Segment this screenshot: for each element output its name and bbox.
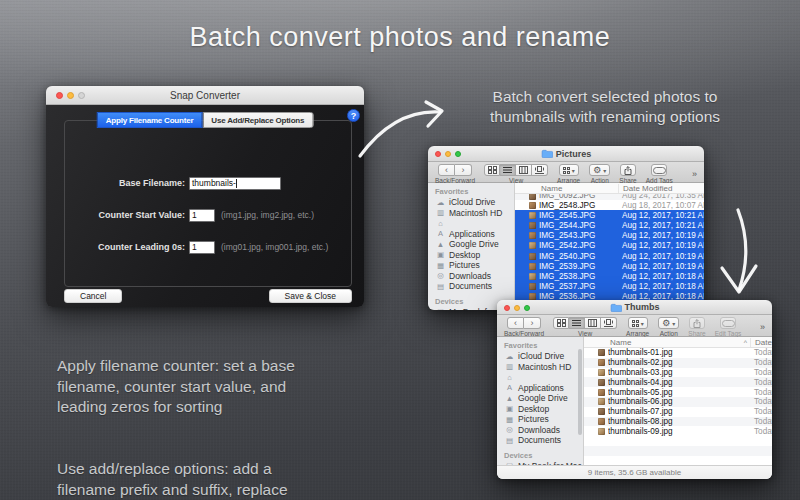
sidebar-item[interactable]: ⌂ [428,218,514,229]
forward-button[interactable]: › [455,164,472,176]
file-row[interactable]: IMG_2548.JPG Aug 18, 2017, 10:07 AM [515,200,704,210]
arrange-icon [563,167,570,174]
zoom-button[interactable] [524,305,530,311]
pictures-titlebar[interactable]: Pictures [428,146,704,162]
file-row[interactable]: thumbnails-04.jpg Today, [584,377,772,387]
traffic-lights [56,92,85,99]
icon-view-button[interactable] [484,164,500,176]
file-name: IMG_2543.JPG [539,231,618,240]
sidebar-item[interactable]: A Applications [497,383,583,394]
action-button[interactable]: ⚙▾ [658,317,679,329]
file-row[interactable]: IMG_2543.JPG Aug 12, 2017, 10:19 AM [515,231,704,241]
forward-button[interactable]: › [524,317,541,329]
sidebar-item[interactable]: ☁ iCloud Drive [428,197,514,208]
close-button[interactable] [504,305,510,311]
list-view-button[interactable] [500,164,516,176]
sidebar-item[interactable]: ▦ Pictures [428,260,514,271]
file-date: Aug 12, 2017, 10:19 AM [618,252,704,261]
cancel-button[interactable]: Cancel [64,289,122,303]
chevron-down-icon: ▾ [672,320,675,327]
field-hint: (img01.jpg, img001.jpg, etc.) [221,242,328,252]
sidebar-item[interactable]: ◎ Downloads [428,271,514,282]
file-date: Today, [750,427,772,436]
back-button[interactable]: ‹ [438,164,455,176]
thumbs-titlebar[interactable]: Thumbs [497,300,772,315]
sidebar-item-label: Google Drive [518,393,568,403]
list-view-button[interactable] [569,317,585,329]
add-tags-button[interactable] [651,164,667,176]
sidebar-item[interactable]: ◎ Downloads [497,425,583,436]
file-row[interactable]: thumbnails-03.jpg Today, [584,368,772,378]
sidebar-item[interactable]: ▲ Google Drive [497,393,583,404]
sidebar-item[interactable]: ▥ Macintosh HD [428,208,514,219]
file-row[interactable]: IMG_2538.JPG Aug 12, 2017, 10:18 AM [515,271,704,281]
file-row[interactable]: IMG_2540.JPG Aug 12, 2017, 10:19 AM [515,251,704,261]
sidebar-item-icon: A [435,229,446,238]
arrow-to-pictures [356,98,448,160]
file-name: IMG_2538.JPG [539,272,618,281]
file-row[interactable]: IMG_2545.JPG Aug 12, 2017, 10:21 AM [515,210,704,220]
sidebar-item[interactable]: ▲ Google Drive [428,239,514,250]
arrange-button[interactable]: ▾ [628,317,648,329]
photo-thumbnail-icon [529,202,536,209]
column-header-date[interactable]: Date Modified [750,338,772,347]
text-input[interactable]: thumbnails- [189,177,281,190]
chevron-down-icon: ▾ [603,167,606,174]
zoom-button[interactable] [455,151,461,157]
sidebar-item[interactable]: ☁ iCloud Drive [497,351,583,362]
file-name: IMG_2539.JPG [539,262,618,271]
tab-mode[interactable]: Use Add/Replace Options [202,112,313,128]
file-date: Aug 18, 2017, 10:07 AM [618,201,704,210]
photo-thumbnail-icon [529,222,536,229]
pictures-window: Pictures ‹ › Back/Forward View [428,146,704,310]
file-row[interactable]: thumbnails-02.jpg Today, [584,358,772,368]
sidebar-item-label: iCloud Drive [449,197,495,207]
coverflow-view-button[interactable] [532,164,548,176]
file-row[interactable]: IMG_2544.JPG Aug 12, 2017, 10:21 AM [515,220,704,230]
text-input[interactable]: 1 [189,209,215,222]
toolbar-overflow-button[interactable]: » [692,168,697,179]
column-view-button[interactable] [585,317,601,329]
column-view-button[interactable] [516,164,532,176]
arrange-button[interactable]: ▾ [559,164,579,176]
icon-view-button[interactable] [553,317,569,329]
sidebar-item[interactable]: ▣ Desktop [497,404,583,415]
file-row[interactable]: IMG_2539.JPG Aug 12, 2017, 10:19 AM [515,261,704,271]
file-row[interactable]: thumbnails-01.jpg Today, [584,348,772,358]
back-button[interactable]: ‹ [507,317,524,329]
sidebar-item[interactable]: A Applications [428,229,514,240]
close-button[interactable] [56,92,63,99]
sidebar-item-icon: ◎ [504,425,515,434]
sidebar-item[interactable]: ▥ Macintosh HD [497,362,583,373]
minimize-button[interactable] [67,92,74,99]
form-row: Counter Leading 0s: 1 (img01.jpg, img001… [46,240,364,254]
snap-converter-titlebar[interactable]: Snap Converter [46,86,364,105]
column-header-date[interactable]: Date Modified [618,184,704,193]
coverflow-view-button[interactable] [601,317,617,329]
text-input[interactable]: 1 [189,241,215,254]
toolbar-overflow-button[interactable]: » [760,321,765,332]
feature-captions: Apply filename counter: set a base filen… [57,336,397,500]
sidebar-item[interactable]: ⌂ [497,372,583,383]
sidebar-item[interactable]: ▦ Pictures [497,414,583,425]
file-row[interactable]: IMG_0092.JPG Aug 24, 2017, 10:35 AM [515,194,704,200]
sidebar-item[interactable]: ▤ Documents [428,281,514,292]
gear-icon: ⚙ [662,319,670,328]
action-button[interactable]: ⚙▾ [589,164,610,176]
file-row[interactable]: IMG_2542.JPG Aug 12, 2017, 10:19 AM [515,241,704,251]
file-name: thumbnails-03.jpg [608,368,750,377]
column-header-name[interactable]: Name^ [584,338,750,347]
save-close-button[interactable]: Save & Close [269,289,353,303]
file-row[interactable]: thumbnails-06.jpg Today, [584,397,772,407]
file-row[interactable]: IMG_2537.JPG Aug 12, 2017, 10:18 AM [515,282,704,292]
file-row[interactable]: thumbnails-08.jpg Today, [584,417,772,427]
share-button[interactable] [620,164,636,176]
sidebar-item[interactable]: ▤ Documents [497,435,583,446]
file-row[interactable]: thumbnails-05.jpg Today, [584,387,772,397]
tab-mode[interactable]: Apply Filename Counter [97,112,203,128]
minimize-button[interactable] [514,305,520,311]
sidebar-item[interactable]: ▣ Desktop [428,250,514,261]
file-row[interactable]: thumbnails-09.jpg Today, [584,426,772,436]
column-header-name[interactable]: Name [515,184,618,193]
file-row[interactable]: thumbnails-07.jpg Today, [584,407,772,417]
